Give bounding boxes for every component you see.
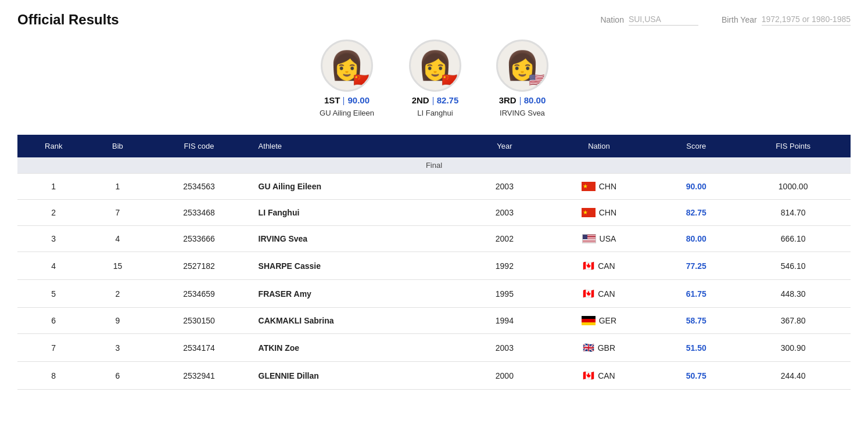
cell-nation: 🇨🇦 CAN [541,252,657,280]
cell-year: 2003 [468,334,541,362]
cell-score: 90.00 [657,174,736,200]
table-row: 4 15 2527182 SHARPE Cassie 1992 🇨🇦 CAN 7… [17,252,851,280]
cell-rank: 5 [17,280,89,308]
cell-rank: 3 [17,226,89,252]
cell-bib: 15 [89,252,145,280]
cell-fis-code: 2533468 [145,200,252,226]
cell-fis-code: 2530150 [145,308,252,334]
cell-fis-points: 244.40 [736,362,851,390]
cell-year: 2003 [468,174,541,200]
cell-fis-code: 2532941 [145,362,252,390]
podium-score-3: 80.00 [524,95,546,105]
podium-score-2: 82.75 [437,95,459,105]
birth-year-filter[interactable]: Birth Year 1972,1975 or 1980-1985 [722,15,851,26]
cell-score: 50.75 [657,362,736,390]
cell-rank: 8 [17,362,89,390]
podium-avatar-3: 👩 🇺🇸 [496,39,548,92]
cell-bib: 6 [89,362,145,390]
cell-year: 1995 [468,280,541,308]
podium-name-3: IRVING Svea [500,109,545,117]
cell-year: 2002 [468,226,541,252]
cell-athlete: LI Fanghui [253,200,468,226]
podium-avatar-1: 👩 🇨🇳 [321,39,373,92]
cell-athlete: GLENNIE Dillan [253,362,468,390]
podium-item-1: 👩 🇨🇳 1ST90.00 GU Ailing Eileen [320,39,374,117]
cell-rank: 6 [17,308,89,334]
table-row: 2 7 2533468 LI Fanghui 2003 ★ CHN 82.75 … [17,200,851,226]
cell-rank: 7 [17,334,89,362]
filters: Nation SUI,USA Birth Year 1972,1975 or 1… [600,15,851,26]
cell-nation: USA [541,226,657,252]
podium-flag-3: 🇺🇸 [529,73,544,88]
nation-code: USA [600,234,616,243]
cell-athlete: FRASER Amy [253,280,468,308]
nation-code: CHN [599,208,616,217]
col-athlete: Athlete [253,135,468,157]
results-table: Rank Bib FIS code Athlete Year Nation Sc… [17,135,851,390]
nation-code: CAN [598,261,615,271]
col-fis-points: FIS Points [736,135,851,157]
cell-fis-points: 367.80 [736,308,851,334]
col-bib: Bib [89,135,145,157]
cell-score: 80.00 [657,226,736,252]
col-score: Score [657,135,736,157]
cell-fis-points: 1000.00 [736,174,851,200]
cell-bib: 1 [89,174,145,200]
cell-rank: 4 [17,252,89,280]
cell-score: 82.75 [657,200,736,226]
cell-score: 77.25 [657,252,736,280]
table-row: 1 1 2534563 GU Ailing Eileen 2003 ★ CHN … [17,174,851,200]
nation-code: CHN [599,182,616,191]
nation-value: SUI,USA [629,15,698,26]
table-header-row: Rank Bib FIS code Athlete Year Nation Sc… [17,135,851,157]
cell-nation: 🇨🇦 CAN [541,280,657,308]
birth-year-label: Birth Year [722,15,757,24]
nation-code: GER [599,316,616,325]
podium-avatar-2: 👩 🇨🇳 [409,39,461,92]
podium-rank-1: 1ST90.00 [324,95,370,105]
nation-filter[interactable]: Nation SUI,USA [600,15,698,26]
col-year: Year [468,135,541,157]
cell-year: 2003 [468,200,541,226]
col-rank: Rank [17,135,89,157]
podium-rank-2: 2ND82.75 [412,95,459,105]
nation-label: Nation [600,15,623,24]
cell-bib: 7 [89,200,145,226]
birth-year-value: 1972,1975 or 1980-1985 [762,15,851,26]
cell-fis-points: 546.10 [736,252,851,280]
group-label: Final [17,157,851,174]
col-nation: Nation [541,135,657,157]
cell-score: 58.75 [657,308,736,334]
cell-bib: 4 [89,226,145,252]
cell-bib: 2 [89,280,145,308]
cell-fis-code: 2534563 [145,174,252,200]
cell-nation: 🇬🇧 GBR [541,334,657,362]
cell-fis-code: 2534174 [145,334,252,362]
cell-score: 61.75 [657,280,736,308]
cell-fis-points: 448.30 [736,280,851,308]
col-fis-code: FIS code [145,135,252,157]
podium-name-1: GU Ailing Eileen [320,109,374,117]
cell-athlete: IRVING Svea [253,226,468,252]
podium-rank-3: 3RD80.00 [499,95,546,105]
cell-bib: 3 [89,334,145,362]
table-row: 7 3 2534174 ATKIN Zoe 2003 🇬🇧 GBR 51.50 … [17,334,851,362]
cell-rank: 1 [17,174,89,200]
table-row: 6 9 2530150 CAKMAKLI Sabrina 1994 GER 58… [17,308,851,334]
cell-rank: 2 [17,200,89,226]
cell-nation: GER [541,308,657,334]
cell-year: 1992 [468,252,541,280]
cell-year: 1994 [468,308,541,334]
podium-item-3: 👩 🇺🇸 3RD80.00 IRVING Svea [496,39,548,117]
cell-score: 51.50 [657,334,736,362]
podium-flag-1: 🇨🇳 [353,73,369,88]
page-title: Official Results [17,12,119,28]
podium-flag-2: 🇨🇳 [442,73,457,88]
cell-athlete: GU Ailing Eileen [253,174,468,200]
cell-fis-code: 2534659 [145,280,252,308]
cell-athlete: ATKIN Zoe [253,334,468,362]
cell-nation: ★ CHN [541,174,657,200]
page-header: Official Results Nation SUI,USA Birth Ye… [17,12,851,28]
podium: 👩 🇨🇳 1ST90.00 GU Ailing Eileen 👩 🇨🇳 2ND8… [17,39,851,117]
nation-code: GBR [598,343,615,353]
